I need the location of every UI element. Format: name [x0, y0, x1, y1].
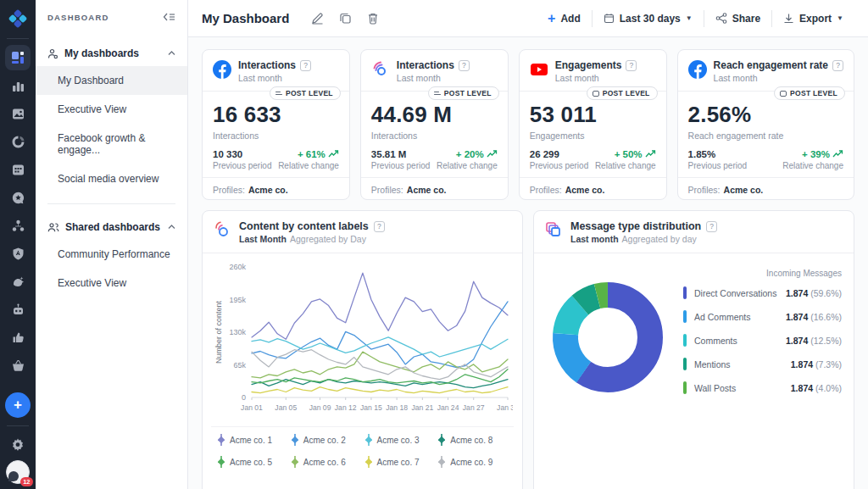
- legend-item[interactable]: Acme co. 2: [292, 431, 360, 449]
- kpi-value: 16 633: [213, 102, 339, 128]
- robot-icon[interactable]: [5, 297, 31, 322]
- help-icon[interactable]: ?: [706, 221, 717, 232]
- kpi-title: Interactions: [238, 59, 296, 71]
- slice-percent: (59.6%): [810, 288, 842, 298]
- shared-dashboards-section[interactable]: Shared dashboards: [36, 211, 187, 240]
- sidebar-item-executive-view[interactable]: Executive View: [36, 95, 187, 124]
- svg-text:Jan 05: Jan 05: [275, 403, 297, 412]
- chart-period: Last Month: [239, 234, 287, 244]
- list-icon: [434, 92, 441, 96]
- change-value: + 61%: [298, 149, 326, 159]
- series-marker: [292, 455, 298, 469]
- series-label: Acme co. 1: [230, 436, 272, 445]
- gear-icon[interactable]: [5, 432, 31, 458]
- profiles-footer: Profiles:Acme co.: [203, 177, 349, 202]
- dashboard-sidebar: DASHBOARD My dashboards My Dashboard Exe…: [36, 0, 188, 489]
- basket-icon[interactable]: [5, 353, 31, 378]
- previous-value: 26 299: [530, 149, 588, 159]
- duplicate-icon[interactable]: [339, 12, 352, 25]
- previous-value: 35.81 M: [371, 149, 430, 159]
- bar-chart-icon[interactable]: [5, 73, 31, 98]
- series-marker: [365, 455, 372, 469]
- sidebar-item-executive-view-shared[interactable]: Executive View: [36, 269, 187, 297]
- card-icon: [780, 91, 787, 97]
- download-icon: [783, 13, 794, 24]
- legend-item[interactable]: Acme co. 7: [365, 453, 434, 471]
- trend-up-icon: [832, 150, 843, 158]
- kpi-metric: Engagements: [530, 131, 656, 141]
- legend-item[interactable]: Acme co. 5: [218, 453, 287, 471]
- help-icon[interactable]: ?: [459, 60, 470, 71]
- donut-chart-icon[interactable]: [5, 129, 31, 154]
- svg-text:65k: 65k: [233, 361, 246, 370]
- help-icon[interactable]: ?: [626, 60, 637, 71]
- shield-icon[interactable]: [5, 241, 31, 266]
- kpi-metric: Interactions: [213, 131, 339, 141]
- create-new-button[interactable]: +: [5, 392, 31, 418]
- message-type-distribution-card: Message type distribution? Last monthAgg…: [533, 210, 854, 489]
- dashboard-grid-icon[interactable]: [5, 45, 31, 70]
- donut-legend-row: Wall Posts1.874(4.0%): [683, 381, 842, 394]
- section-label: Shared dashboards: [65, 221, 162, 233]
- legend-item[interactable]: Acme co. 3: [365, 431, 434, 449]
- calendar-icon[interactable]: [5, 157, 31, 182]
- post-level-badge: POST LEVEL: [428, 86, 499, 100]
- add-button[interactable]: + Add: [537, 11, 592, 26]
- legend-item[interactable]: Acme co. 8: [438, 431, 507, 449]
- sidebar-item-social-media-overview[interactable]: Social media overview: [36, 164, 187, 193]
- share-button[interactable]: Share: [704, 13, 771, 25]
- legend-item[interactable]: Acme co. 6: [292, 453, 360, 471]
- svg-text:0: 0: [242, 393, 246, 402]
- youtube-icon: [530, 60, 548, 79]
- help-icon[interactable]: ?: [832, 60, 843, 71]
- delete-icon[interactable]: [367, 12, 379, 25]
- thumbs-up-icon[interactable]: [5, 325, 31, 350]
- svg-text:Jan 31: Jan 31: [497, 403, 513, 412]
- image-icon[interactable]: [5, 101, 31, 126]
- page-title: My Dashboard: [202, 11, 289, 25]
- svg-text:Jan 09: Jan 09: [309, 403, 331, 412]
- sidebar-item-facebook-growth[interactable]: Facebook growth & engage...: [36, 124, 187, 164]
- edit-icon[interactable]: [311, 12, 324, 25]
- chevron-up-icon[interactable]: [168, 51, 175, 56]
- sidebar-item-community-performance[interactable]: Community Performance: [36, 240, 187, 269]
- kpi-card-engagements-youtube: POST LEVEL Engagements? Last month 53 01…: [519, 49, 667, 200]
- help-icon[interactable]: ?: [300, 60, 311, 71]
- change-value: + 50%: [615, 149, 643, 159]
- export-button[interactable]: Export ▼: [772, 13, 854, 25]
- date-range-selector[interactable]: Last 30 days ▼: [593, 13, 704, 25]
- rail-divider: [7, 38, 29, 39]
- slice-value: 1.874: [786, 288, 808, 298]
- legend-item[interactable]: Acme co. 1: [218, 431, 287, 449]
- svg-text:260k: 260k: [229, 263, 246, 271]
- series-marker: [365, 433, 372, 447]
- profiles-footer: Profiles:Acme co.: [520, 177, 666, 202]
- legend-item[interactable]: Acme co. 9: [438, 453, 507, 471]
- chevron-up-icon[interactable]: [168, 225, 175, 230]
- chart-title: Content by content labels: [239, 220, 369, 232]
- user-avatar[interactable]: 12: [6, 460, 30, 484]
- collapse-sidebar-icon[interactable]: [163, 12, 175, 22]
- previous-label: Previous period: [371, 161, 430, 170]
- svg-text:195k: 195k: [229, 296, 246, 304]
- slice-percent: (4.0%): [815, 383, 842, 393]
- my-dashboards-section[interactable]: My dashboards: [36, 37, 187, 66]
- trend-up-icon: [487, 150, 498, 158]
- chat-star-icon[interactable]: [5, 185, 31, 210]
- sidebar-title: DASHBOARD: [47, 13, 109, 22]
- previous-label: Previous period: [213, 161, 271, 170]
- kpi-metric: Reach engagement rate: [688, 131, 843, 141]
- sidebar-item-my-dashboard[interactable]: My Dashboard: [36, 66, 187, 95]
- kpi-metric: Interactions: [371, 131, 498, 141]
- hierarchy-icon[interactable]: [5, 213, 31, 238]
- donut-legend: Incoming Messages Direct Conversations1.…: [683, 269, 842, 405]
- logo-icon[interactable]: [5, 6, 31, 31]
- chart-aggregation: Aggregated by day: [622, 234, 697, 244]
- series-marker: [218, 455, 225, 469]
- bird-icon[interactable]: [5, 269, 31, 294]
- chart-period: Last month: [570, 234, 619, 244]
- help-icon[interactable]: ?: [374, 221, 385, 232]
- calendar-icon: [604, 13, 615, 24]
- series-label: Acme co. 9: [450, 458, 492, 467]
- previous-value: 10 330: [213, 149, 271, 159]
